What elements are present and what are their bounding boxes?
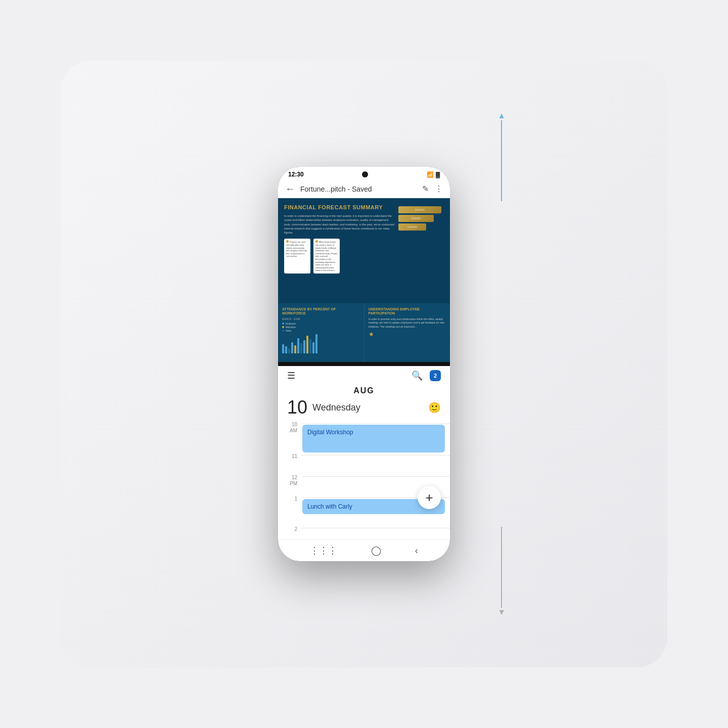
day-name: Wednesday [312, 402, 360, 413]
box-3d-2: D4N40S [398, 215, 434, 222]
phone-top-half: 12:30 📶 ▓ ← Fortune...pitch - Saved ✎ ⋮ [278, 167, 450, 364]
fold-crease [278, 362, 450, 366]
battery-icon: ▓ [436, 171, 440, 177]
legend-employee: Employee [282, 323, 360, 325]
legend-motivation: Motivation [282, 326, 360, 329]
time-label-2pm: 2 [278, 525, 301, 532]
wifi-icon: 📶 [427, 171, 434, 178]
scroll-down-arrow: ▼ [497, 527, 506, 617]
menu-icon[interactable]: ☰ [287, 370, 295, 381]
time-label-12pm: 12PM [278, 474, 301, 487]
day-number: 10 [287, 398, 307, 417]
scroll-up-arrow: ▲ [497, 111, 506, 201]
understanding-title: UNDERSTANDING EMPLOYEE PARTICIPATION [369, 307, 446, 316]
time-divider-10am [301, 423, 450, 424]
arrow-up-head: ▲ [497, 111, 506, 120]
understanding-section: UNDERSTANDING EMPLOYEE PARTICIPATION In … [365, 303, 450, 364]
time-divider-2pm [301, 528, 450, 528]
financial-text-area: FINANCIAL FORECAST SUMMARY In order to u… [284, 204, 394, 297]
document-content: FINANCIAL FORECAST SUMMARY In order to u… [278, 198, 450, 364]
arrow-down-line [501, 527, 502, 608]
bar-11 [312, 342, 314, 353]
bar-6 [297, 338, 299, 353]
attendance-section: ATTENDANCE BY PERCENT OF WORKFORCE MARCH… [278, 303, 365, 364]
bar-chart [282, 334, 360, 354]
star-icon: ★ [369, 331, 446, 338]
time-divider-12pm [301, 476, 450, 477]
app-bar: ← Fortune...pitch - Saved ✎ ⋮ [278, 180, 450, 198]
status-time: 12:30 [288, 171, 304, 178]
doc-title: Fortune...pitch - Saved [300, 185, 417, 193]
camera-notch [362, 171, 368, 177]
event-digital-workshop[interactable]: Digital Workshop [302, 425, 445, 452]
calendar-header: ☰ 🔍 2 [278, 364, 450, 384]
fab-add-button[interactable]: + [418, 486, 441, 509]
time-row-11: 11 [278, 452, 450, 474]
time-label-1pm: 1 [278, 495, 301, 502]
bar-3 [288, 348, 290, 353]
arrow-up-line [501, 120, 502, 201]
bar-1 [282, 344, 284, 353]
mood-icon: 🙂 [428, 401, 441, 414]
event-title-lunch-carly: Lunch with Carly [307, 503, 352, 510]
back-button[interactable]: ← [285, 183, 295, 195]
callout-boxes: Projects run more smoothly when they cle… [284, 239, 394, 274]
financial-chart-area: D4N40S D4N40S D4N40S [398, 204, 444, 297]
cal-header-actions: 🔍 2 [412, 370, 441, 381]
nav-home-icon[interactable]: ◯ [371, 545, 381, 556]
time-row-10am: 10AM Digital Workshop [278, 421, 450, 452]
time-slot-12pm [301, 474, 450, 477]
calendar-badge[interactable]: 2 [430, 370, 441, 381]
month-label: AUG [278, 384, 450, 398]
legend-dot-motivation [282, 326, 284, 328]
financial-title: FINANCIAL FORECAST SUMMARY [284, 204, 394, 211]
search-icon[interactable]: 🔍 [412, 370, 423, 381]
more-options-icon[interactable]: ⋮ [435, 184, 443, 194]
scene: 12:30 📶 ▓ ← Fortune...pitch - Saved ✎ ⋮ [61, 61, 667, 667]
bar-9 [306, 336, 308, 353]
time-slot-10am: Digital Workshop [301, 421, 450, 452]
bar-4 [291, 342, 293, 353]
legend-label-motivation: Motivation [286, 326, 296, 329]
financial-section: FINANCIAL FORECAST SUMMARY In order to u… [278, 198, 450, 303]
time-slot-2pm [301, 525, 450, 528]
legend-sales: Sales [282, 330, 360, 332]
navigation-bar: ⋮⋮⋮ ◯ ‹ [278, 539, 450, 561]
time-divider-11 [301, 455, 450, 456]
financial-body: In order to understand the financing of … [284, 214, 394, 235]
bar-2 [285, 346, 287, 353]
bar-12 [315, 334, 317, 353]
chart-legend: Employee Motivation Sales [282, 323, 360, 332]
status-icons: 📶 ▓ [427, 171, 440, 178]
boxes-visualization: D4N40S D4N40S D4N40S [398, 206, 444, 231]
calendar-timeline: 10AM Digital Workshop 11 [278, 421, 450, 539]
edit-icon[interactable]: ✎ [422, 184, 429, 194]
legend-dot-employee [282, 323, 284, 325]
time-slot-11 [301, 452, 450, 456]
bar-7 [300, 343, 302, 353]
date-row: 10 Wednesday 🙂 [278, 398, 450, 421]
phone-device: 12:30 📶 ▓ ← Fortune...pitch - Saved ✎ ⋮ [278, 167, 450, 561]
attendance-subtitle: MARCH - JUNE [282, 317, 360, 321]
nav-recents-icon[interactable]: ⋮⋮⋮ [310, 545, 337, 556]
app-bar-actions: ✎ ⋮ [422, 184, 443, 194]
event-title-digital-workshop: Digital Workshop [307, 429, 353, 436]
box-3d-3: D4N40S [398, 223, 426, 231]
status-bar: 12:30 📶 ▓ [278, 167, 450, 180]
arrow-down-head: ▼ [497, 608, 506, 617]
time-row-2pm: 2 [278, 525, 450, 539]
phone-bottom-half: ☰ 🔍 2 AUG 10 Wednesday 🙂 10AM [278, 364, 450, 561]
box-3d-1: D4N40S [398, 206, 441, 213]
legend-label-employee: Employee [286, 323, 296, 325]
callout-2: Miscommunication can result in hours of … [313, 239, 340, 274]
lower-sections: ATTENDANCE BY PERCENT OF WORKFORCE MARCH… [278, 303, 450, 364]
bar-5 [294, 345, 296, 353]
understanding-body: In order to promote unity and collaborat… [369, 317, 446, 329]
legend-dot-sales [282, 330, 284, 332]
bar-10 [309, 339, 311, 353]
time-label-11: 11 [278, 452, 301, 460]
attendance-title: ATTENDANCE BY PERCENT OF WORKFORCE [282, 307, 360, 316]
nav-back-icon[interactable]: ‹ [415, 545, 418, 556]
bar-8 [303, 340, 305, 353]
time-label-10am: 10AM [278, 421, 301, 434]
